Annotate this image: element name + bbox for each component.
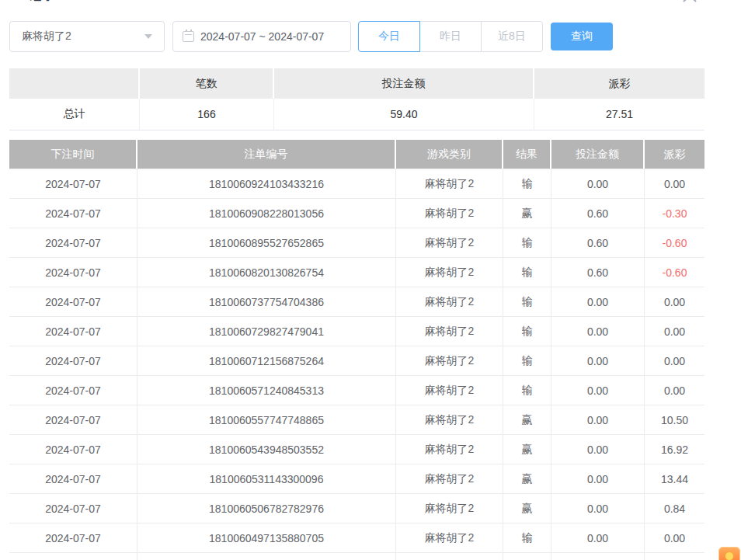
cell-game: 麻将胡了2 [396, 258, 503, 287]
cell-bet-id: 1810060557747748865 [137, 405, 396, 434]
summary-total-payout: 27.51 [534, 99, 704, 130]
red-envelope-icon[interactable] [718, 547, 740, 560]
cell-game: 麻将胡了2 [396, 228, 503, 257]
table-row: 2024-07-071810060908228013056麻将胡了2赢0.60-… [9, 199, 704, 228]
date-range-value: 2024-07-07 ~ 2024-07-07 [200, 30, 324, 43]
summary-header-empty [9, 68, 140, 99]
table-row: 2024-07-071810060895527652865麻将胡了2输0.60-… [9, 228, 704, 258]
summary-total-bet-amount: 59.40 [274, 99, 534, 130]
cell-payout: 10.50 [645, 405, 704, 434]
cell-result: 赢 [503, 405, 551, 434]
cell-result: 赢 [503, 464, 551, 493]
table-header-bet-id: 注单编号 [137, 140, 396, 169]
table-row: 2024-07-071810060737754704386麻将胡了2输0.000… [9, 287, 704, 317]
cell-game: 麻将胡了2 [396, 464, 503, 493]
date-range-picker[interactable]: 2024-07-07 ~ 2024-07-07 [172, 21, 351, 52]
cell-payout: 0.00 [645, 376, 704, 405]
quick-button-today[interactable]: 今日 [358, 21, 420, 52]
table-row: 2024-07-071810060497135880705麻将胡了2输0.000… [9, 523, 704, 553]
cell-time: 2024-07-07 [9, 287, 137, 316]
cell-time: 2024-07-07 [9, 346, 137, 375]
table-header-row: 下注时间 注单编号 游戏类别 结果 投注金额 派彩 [9, 140, 704, 169]
table-row-partial [9, 553, 704, 560]
game-select-value: 麻将胡了2 [22, 30, 71, 43]
table-row: 2024-07-071810060571240845313麻将胡了2输0.000… [9, 376, 704, 405]
cell-game: 麻将胡了2 [396, 435, 503, 464]
table-row: 2024-07-071810060924103433216麻将胡了2输0.000… [9, 169, 704, 199]
bet-records-table: 下注时间 注单编号 游戏类别 结果 投注金额 派彩 2024-07-071810… [9, 140, 704, 560]
cell-bet: 0.00 [551, 287, 645, 316]
cell-result: 输 [503, 376, 551, 405]
cell-result: 输 [503, 346, 551, 375]
quick-button-last-8-days[interactable]: 近8日 [481, 21, 543, 52]
table-header-result: 结果 [503, 140, 551, 169]
table-row: 2024-07-071810060531143300096麻将胡了2赢0.001… [9, 464, 704, 494]
summary-header-row: 笔数 投注金额 派彩 [9, 68, 704, 99]
cell-bet: 0.00 [551, 494, 645, 523]
cell-payout: 0.00 [645, 346, 704, 375]
cell-result: 赢 [503, 494, 551, 523]
table-header-payout: 派彩 [645, 140, 704, 169]
filter-bar: 麻将胡了2 2024-07-07 ~ 2024-07-07 今日昨日近8日 查询 [9, 21, 613, 52]
cell-bet-id: 1810060531143300096 [137, 464, 396, 493]
cell-time: 2024-07-07 [9, 199, 137, 228]
cell-game: 麻将胡了2 [396, 523, 503, 552]
cell-bet-id: 1810060506782782976 [137, 494, 396, 523]
cell-result: 输 [503, 258, 551, 287]
quick-date-group: 今日昨日近8日 [358, 21, 543, 52]
cell-bet: 0.00 [551, 317, 645, 346]
cell-bet: 0.00 [551, 405, 645, 434]
coin-icon [725, 551, 734, 560]
close-icon[interactable] [681, 0, 698, 7]
cell-result: 赢 [503, 435, 551, 464]
cell-bet-id: 1810060820130826754 [137, 258, 396, 287]
cell-payout: 16.92 [645, 435, 704, 464]
search-button[interactable]: 查询 [551, 23, 613, 50]
cell-payout: 0.00 [645, 287, 704, 316]
cell-bet: 0.60 [551, 258, 645, 287]
cell-game: 麻将胡了2 [396, 287, 503, 316]
cell-bet: 0.00 [551, 464, 645, 493]
cell-time: 2024-07-07 [9, 376, 137, 405]
calendar-icon [183, 31, 194, 42]
pg-records-panel: PG记录 麻将胡了2 2024-07-07 ~ 2024-07-07 今日昨日近… [0, 0, 741, 560]
cell-payout: -0.60 [645, 228, 704, 257]
game-select[interactable]: 麻将胡了2 [9, 21, 165, 52]
cell-bet: 0.00 [551, 346, 645, 375]
cell-payout: 0.00 [645, 523, 704, 552]
cell-bet: 0.00 [551, 376, 645, 405]
cell-time: 2024-07-07 [9, 435, 137, 464]
cell-bet: 0.60 [551, 199, 645, 228]
cell-result [503, 553, 551, 560]
cell-bet-id: 1810060737754704386 [137, 287, 396, 316]
cell-bet-id: 1810060497135880705 [137, 523, 396, 552]
table-row: 2024-07-071810060712156875264麻将胡了2输0.000… [9, 346, 704, 376]
cell-bet-id: 1810060712156875264 [137, 346, 396, 375]
cell-payout: 0.00 [645, 169, 704, 198]
cell-time: 2024-07-07 [9, 258, 137, 287]
cell-time [9, 553, 137, 560]
cell-game: 麻将胡了2 [396, 199, 503, 228]
table-body: 2024-07-071810060924103433216麻将胡了2输0.000… [9, 169, 704, 560]
cell-bet-id [137, 553, 396, 560]
cell-payout: -0.30 [645, 199, 704, 228]
cell-time: 2024-07-07 [9, 169, 137, 198]
summary-header-bet-amount: 投注金额 [274, 68, 534, 99]
cell-result: 输 [503, 169, 551, 198]
summary-table: 笔数 投注金额 派彩 总计 166 59.40 27.51 [9, 68, 704, 130]
summary-header-count: 笔数 [140, 68, 274, 99]
summary-total-row: 总计 166 59.40 27.51 [9, 99, 704, 130]
page-title: PG记录 [8, 0, 56, 4]
cell-time: 2024-07-07 [9, 405, 137, 434]
cell-result: 输 [503, 317, 551, 346]
cell-result: 输 [503, 228, 551, 257]
cell-payout [645, 553, 704, 560]
cell-payout: 13.44 [645, 464, 704, 493]
cell-payout: 0.84 [645, 494, 704, 523]
cell-bet: 0.00 [551, 523, 645, 552]
cell-game: 麻将胡了2 [396, 346, 503, 375]
cell-game: 麻将胡了2 [396, 405, 503, 434]
quick-button-yesterday[interactable]: 昨日 [419, 21, 482, 52]
cell-bet-id: 1810060543948503552 [137, 435, 396, 464]
cell-time: 2024-07-07 [9, 464, 137, 493]
